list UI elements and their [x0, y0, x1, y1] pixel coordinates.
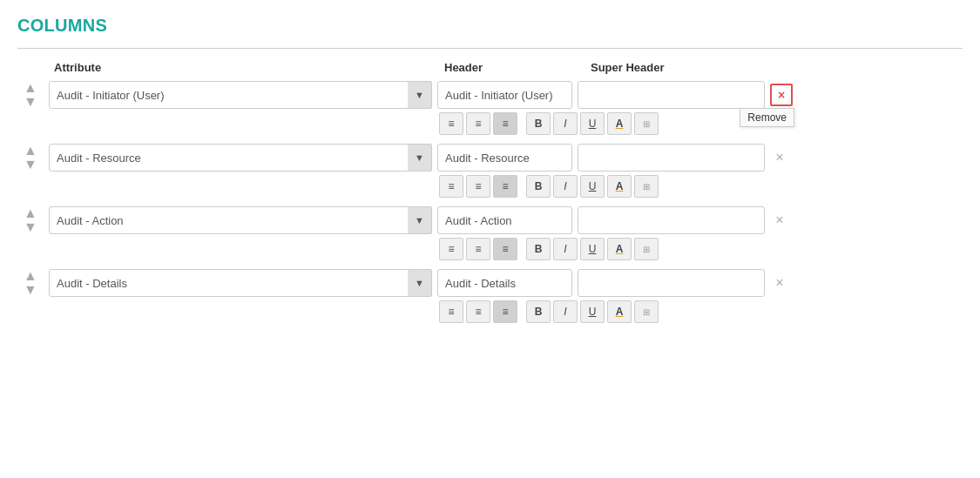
header-input-1[interactable] [437, 81, 572, 109]
grid-button-1[interactable]: ⊞ [634, 112, 659, 135]
grid-button-2[interactable]: ⊞ [634, 175, 659, 198]
reorder-handle-3[interactable]: ▲ ▼ [17, 206, 44, 234]
row-bottom-1: ≡ ≡ ≡ B I U A ⊞ [17, 112, 963, 135]
superheader-input-1[interactable] [578, 81, 765, 109]
attribute-select-3[interactable]: Audit - Action [49, 206, 432, 234]
row-bottom-3: ≡ ≡ ≡ B I U A ⊞ [17, 238, 963, 260]
header-input-3[interactable] [437, 206, 572, 234]
bold-button-1[interactable]: B [526, 112, 551, 135]
row-bottom-4: ≡ ≡ ≡ B I U A ⊞ [17, 300, 963, 323]
bold-button-3[interactable]: B [526, 238, 551, 260]
row-bottom-2: ≡ ≡ ≡ B I U A ⊞ [17, 175, 963, 198]
divider [17, 48, 963, 49]
grid-button-3[interactable]: ⊞ [634, 238, 659, 260]
attribute-select-2[interactable]: Audit - Resource [49, 144, 432, 172]
remove-button-1[interactable]: × [770, 84, 793, 106]
attribute-select-wrapper-1: Audit - Initiator (User) ▼ [49, 81, 432, 109]
remove-button-3[interactable]: × [770, 211, 789, 230]
superheader-input-4[interactable] [578, 269, 765, 297]
reorder-handle-4[interactable]: ▲ ▼ [17, 269, 44, 297]
reorder-handle-1[interactable]: ▲ ▼ [17, 81, 44, 109]
align-center-button-1[interactable]: ≡ [466, 112, 490, 135]
bold-button-4[interactable]: B [526, 300, 551, 323]
italic-button-2[interactable]: I [553, 175, 578, 198]
superheader-input-3[interactable] [578, 206, 765, 234]
align-right-button-3[interactable]: ≡ [493, 238, 517, 260]
attribute-select-wrapper-2: Audit - Resource ▼ [49, 144, 432, 172]
attribute-select-4[interactable]: Audit - Details [49, 269, 432, 297]
grid-button-4[interactable]: ⊞ [634, 300, 659, 323]
underline-button-3[interactable]: U [580, 238, 605, 260]
column-row-2: ▲ ▼ Audit - Resource ▼ × ≡ ≡ ≡ B I U A ⊞ [17, 144, 963, 198]
remove-button-2[interactable]: × [770, 148, 789, 167]
down-arrow-icon-2: ▼ [24, 158, 37, 172]
remove-button-4[interactable]: × [770, 273, 789, 293]
page-title: COLUMNS [17, 16, 963, 36]
superheader-input-2[interactable] [578, 144, 765, 172]
down-arrow-icon: ▼ [24, 95, 37, 109]
align-center-button-4[interactable]: ≡ [466, 300, 490, 323]
up-arrow-icon-2: ▲ [24, 144, 37, 158]
header-input-4[interactable] [437, 269, 572, 297]
align-center-button-2[interactable]: ≡ [466, 175, 490, 198]
attribute-select-1[interactable]: Audit - Initiator (User) [49, 81, 432, 109]
align-left-button-3[interactable]: ≡ [439, 238, 463, 260]
align-right-button-2[interactable]: ≡ [493, 175, 517, 198]
up-arrow-icon-4: ▲ [24, 269, 37, 283]
attribute-select-wrapper-4: Audit - Details ▼ [49, 269, 432, 297]
attribute-header: Attribute [54, 61, 437, 74]
down-arrow-icon-4: ▼ [24, 283, 37, 297]
underline-button-4[interactable]: U [580, 300, 605, 323]
column-row-4: ▲ ▼ Audit - Details ▼ × ≡ ≡ ≡ B I U A ⊞ [17, 269, 963, 323]
remove-tooltip-1: Remove [740, 108, 794, 127]
reorder-handle-2[interactable]: ▲ ▼ [17, 144, 44, 172]
underline-button-2[interactable]: U [580, 175, 605, 198]
font-color-button-2[interactable]: A [607, 175, 632, 198]
align-right-button-1[interactable]: ≡ [493, 112, 517, 135]
header-header: Header [444, 61, 584, 74]
row-top-4: ▲ ▼ Audit - Details ▼ × [17, 269, 963, 297]
superheader-header: Super Header [591, 61, 665, 74]
align-center-button-3[interactable]: ≡ [466, 238, 490, 260]
align-left-button-2[interactable]: ≡ [439, 175, 463, 198]
row-top-3: ▲ ▼ Audit - Action ▼ × [17, 206, 963, 234]
down-arrow-icon-3: ▼ [24, 220, 37, 234]
column-headers: Attribute Header Super Header [17, 61, 963, 74]
up-arrow-icon: ▲ [24, 81, 37, 95]
header-input-2[interactable] [437, 144, 572, 172]
font-color-button-1[interactable]: A [607, 112, 632, 135]
row-top-1: ▲ ▼ Audit - Initiator (User) ▼ × Remove [17, 81, 963, 109]
align-left-button-4[interactable]: ≡ [439, 300, 463, 323]
remove-btn-wrapper-1: × Remove [770, 84, 793, 106]
italic-button-4[interactable]: I [553, 300, 578, 323]
align-right-button-4[interactable]: ≡ [493, 300, 517, 323]
align-left-button-1[interactable]: ≡ [439, 112, 463, 135]
underline-button-1[interactable]: U [580, 112, 605, 135]
bold-button-2[interactable]: B [526, 175, 551, 198]
up-arrow-icon-3: ▲ [24, 206, 37, 220]
attribute-select-wrapper-3: Audit - Action ▼ [49, 206, 432, 234]
row-top-2: ▲ ▼ Audit - Resource ▼ × [17, 144, 963, 172]
italic-button-3[interactable]: I [553, 238, 578, 260]
column-row-3: ▲ ▼ Audit - Action ▼ × ≡ ≡ ≡ B I U A ⊞ [17, 206, 963, 260]
font-color-button-3[interactable]: A [607, 238, 632, 260]
column-row: ▲ ▼ Audit - Initiator (User) ▼ × Remove … [17, 81, 963, 135]
font-color-button-4[interactable]: A [607, 300, 632, 323]
italic-button-1[interactable]: I [553, 112, 578, 135]
page-container: COLUMNS Attribute Header Super Header ▲ … [0, 0, 980, 349]
